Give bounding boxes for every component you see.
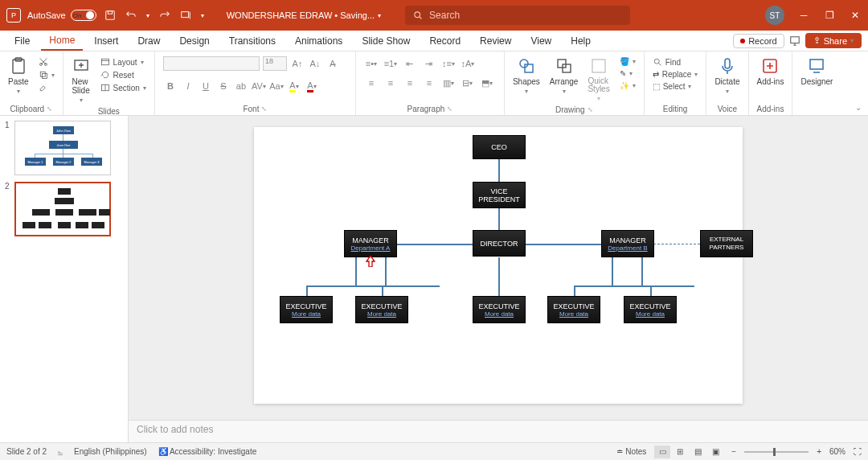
zoom-in-button[interactable]: + [817,447,821,456]
tab-review[interactable]: Review [472,32,519,50]
section-button[interactable]: Section▾ [99,82,148,93]
smartart-button[interactable]: ⬒▾ [480,76,494,90]
tab-home[interactable]: Home [41,31,83,51]
slide-indicator[interactable]: Slide 2 of 2 [6,447,47,456]
shape-fill-button[interactable]: 🪣▾ [618,56,637,67]
accessibility-indicator[interactable]: ♿ Accessibility: Investigate [158,447,257,456]
redo-icon[interactable] [159,10,170,21]
increase-indent-button[interactable]: ⇥ [422,56,436,71]
italic-button[interactable]: I [181,79,195,93]
copy-button[interactable]: ▾ [37,69,56,80]
node-link[interactable]: Department B [608,244,647,252]
notes-pane[interactable]: Click to add notes [129,420,868,442]
columns-button[interactable]: ▥▾ [441,76,456,90]
fit-to-window-button[interactable]: ⛶ [854,447,862,456]
node-link[interactable]: More data [367,310,396,318]
quick-styles-button[interactable]: Quick Styles▾ [584,55,612,104]
numbering-button[interactable]: ≡1 ▾ [383,56,398,71]
align-left-button[interactable]: ≡ [364,76,379,90]
autosave-toggle[interactable]: AutoSave On [27,10,96,21]
tab-insert[interactable]: Insert [86,32,126,50]
tab-help[interactable]: Help [563,32,599,50]
close-button-window[interactable]: ✕ [849,10,862,21]
tab-animations[interactable]: Animations [287,32,350,50]
node-exec-1[interactable]: EXECUTIVEMore data [280,296,333,323]
grow-font-button[interactable]: A↑ [290,56,305,71]
text-direction-button[interactable]: ↕A▾ [461,56,475,71]
underline-button[interactable]: U [199,79,213,93]
qat-menu[interactable]: ▾ [201,12,204,19]
arrange-button[interactable]: Arrange▾ [547,55,582,97]
line-spacing-button[interactable]: ↕≡▾ [441,56,456,71]
reset-button[interactable]: Reset [99,69,148,80]
tab-draw[interactable]: Draw [129,32,168,50]
node-ceo[interactable]: CEO [473,135,526,159]
node-exec-5[interactable]: EXECUTIVEMore data [624,296,677,323]
normal-view-button[interactable]: ▭ [654,446,670,458]
avatar[interactable]: ST [765,6,784,25]
highlight-button[interactable]: A▾ [287,79,301,93]
font-color-button[interactable]: A▾ [305,79,319,93]
minimize-button[interactable]: ─ [797,10,810,21]
thumb-row-1[interactable]: 1 John Dow Jane Doe Manager 1 Manager 2 … [5,121,123,175]
new-slide-button[interactable]: New Slide▾ [68,55,94,105]
slide-canvas[interactable]: CEO VICE PRESIDENT MANAGERDepartment A D… [254,127,743,404]
undo-icon[interactable] [125,10,137,21]
shape-effects-button[interactable]: ✨▾ [618,80,637,91]
node-link[interactable]: More data [292,310,321,318]
tab-transitions[interactable]: Transitions [221,32,284,50]
slideshow-view-button[interactable]: ▣ [707,446,723,458]
align-text-button[interactable]: ⊟▾ [461,76,475,90]
zoom-slider[interactable] [744,451,809,453]
tab-record[interactable]: Record [421,32,469,50]
undo-menu[interactable]: ▾ [146,12,149,19]
canvas-area[interactable]: CEO VICE PRESIDENT MANAGERDepartment A D… [129,116,868,420]
share-button[interactable]: ⇪Share▾ [805,33,862,48]
clipboard-launcher[interactable]: ⤡ [47,105,52,113]
designer-button[interactable]: Designer [797,55,836,88]
spacing-button[interactable]: AV▾ [252,79,266,93]
decrease-indent-button[interactable]: ⇤ [403,56,417,71]
node-manager-a[interactable]: MANAGERDepartment A [344,230,397,257]
node-vp[interactable]: VICE PRESIDENT [473,182,526,208]
tab-slideshow[interactable]: Slide Show [354,32,418,50]
change-case-button[interactable]: Aa▾ [269,79,284,93]
node-external[interactable]: EXTERNAL PARTNERS [700,230,753,257]
title-menu[interactable]: ▾ [378,12,381,19]
present-icon[interactable] [789,35,800,47]
thumb-2[interactable] [14,182,111,236]
tab-file[interactable]: File [6,32,38,50]
addins-button[interactable]: Add-ins [754,55,788,88]
node-exec-4[interactable]: EXECUTIVEMore data [547,296,600,323]
sorter-view-button[interactable]: ⊞ [672,446,688,458]
find-button[interactable]: Find [651,56,700,68]
font-launcher[interactable]: ⤡ [261,105,267,113]
zoom-level[interactable]: 60% [829,447,845,456]
node-exec-3[interactable]: EXECUTIVEMore data [473,296,526,323]
bold-button[interactable]: B [163,79,178,93]
paragraph-launcher[interactable]: ⤡ [447,105,452,113]
from-beginning-icon[interactable] [180,10,191,21]
search-input[interactable]: Search [405,6,630,25]
align-right-button[interactable]: ≡ [403,76,417,90]
shrink-font-button[interactable]: A↓ [308,56,322,71]
notes-toggle[interactable]: ≐ Notes [616,447,646,456]
shape-outline-button[interactable]: ✎▾ [618,68,637,79]
node-link[interactable]: Department A [351,244,391,252]
collapse-ribbon[interactable]: ⌄ [849,100,868,115]
node-exec-2[interactable]: EXECUTIVEMore data [355,296,408,323]
strike-button[interactable]: S [216,79,231,93]
tab-design[interactable]: Design [171,32,217,50]
zoom-out-button[interactable]: − [731,447,736,456]
node-manager-b[interactable]: MANAGERDepartment B [601,230,654,257]
font-family-combo[interactable] [163,56,260,71]
reading-view-button[interactable]: ▤ [690,446,706,458]
language-indicator[interactable]: English (Philippines) [74,447,147,456]
record-button[interactable]: Record [733,34,784,48]
format-painter-button[interactable] [37,82,56,93]
clear-format-button[interactable]: A̶ [326,56,340,71]
paste-button[interactable]: Paste▾ [5,55,32,97]
node-link[interactable]: More data [559,310,588,318]
shapes-button[interactable]: Shapes▾ [510,55,543,97]
bullets-button[interactable]: ≡• ▾ [364,56,379,71]
